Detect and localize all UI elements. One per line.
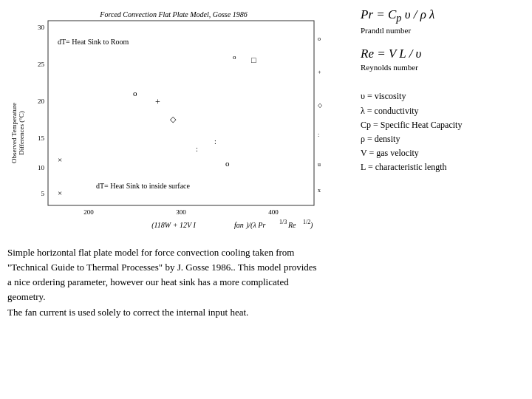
re-formula: Re = V L / υ <box>361 47 520 61</box>
bottom-line5: The fan current is used solely to correc… <box>7 305 520 320</box>
chart-xlabel4: 1/3 <box>279 219 287 225</box>
bottom-text-block: Simple horizontal flat plate model for f… <box>7 245 520 320</box>
var-density: ρ = density <box>361 132 520 146</box>
var-specific-heat: Cp = Specific Heat Capacity <box>361 118 520 132</box>
variables-block: υ = viscosity λ = conductivity Cp = Spec… <box>361 89 520 174</box>
chart-area: Forced Convection Flat Plate Model, Goss… <box>7 7 347 239</box>
pr-description: Prandtl number <box>361 26 520 35</box>
ytick-5: 5 <box>41 190 45 197</box>
chart-title: Forced Convection Flat Plate Model, Goss… <box>99 10 247 18</box>
var-velocity: V = gas velocity <box>361 146 520 160</box>
dp10: × <box>58 188 62 197</box>
bottom-line2: "Technical Guide to Thermal Processes" b… <box>7 260 520 275</box>
dp4: + <box>155 97 160 107</box>
rtick1: o <box>318 35 321 42</box>
dp5: ◇ <box>170 115 177 123</box>
bottom-line3: a nice ordering parameter, however our h… <box>7 275 520 290</box>
chart-ylabel: Observed Temperature <box>10 103 18 163</box>
ytick-25: 25 <box>38 61 45 68</box>
dp3: o <box>233 53 236 61</box>
chart-xlabel3: )/(λ Pr <box>245 221 265 230</box>
dp1: o <box>133 89 137 98</box>
var-viscosity: υ = viscosity <box>361 89 520 103</box>
pr-formula-block: Pr = Cp υ / ρ λ Prandtl number <box>361 7 520 35</box>
bottom-line4: geometry. <box>7 290 520 304</box>
right-panel: Pr = Cp υ / ρ λ Prandtl number Re = V L … <box>347 7 520 239</box>
rtick5: u <box>318 161 321 168</box>
rtick6: x <box>318 187 321 194</box>
page: Forced Convection Flat Plate Model, Goss… <box>0 0 532 399</box>
chart-svg: Forced Convection Flat Plate Model, Goss… <box>7 7 340 236</box>
dp9: × <box>58 155 62 164</box>
re-description: Reynolds number <box>361 63 520 72</box>
chart-xlabel: (118W + 12V I <box>151 221 196 230</box>
chart-xlabel2: fan <box>234 221 244 229</box>
chart-xlabel5: Re <box>287 221 296 229</box>
rtick3: ◇ <box>318 102 323 109</box>
chart-xlabel6: 1/2 <box>303 219 310 225</box>
svg-rect-0 <box>48 21 314 205</box>
var-length: L = characteristic length <box>361 160 520 174</box>
ytick-20: 20 <box>38 98 45 105</box>
rtick4: : <box>318 132 319 138</box>
chart-xlabel7: ) <box>310 221 313 230</box>
dp2: □ <box>251 55 256 64</box>
xtick-200: 200 <box>83 208 94 216</box>
top-section: Forced Convection Flat Plate Model, Goss… <box>7 7 520 239</box>
ytick-10: 10 <box>38 164 45 171</box>
re-formula-block: Re = V L / υ Reynolds number <box>361 47 520 72</box>
pr-formula: Pr = Cp υ / ρ λ <box>361 7 520 24</box>
ytick-15: 15 <box>38 134 45 142</box>
chart-ylabel2: Differences (°C) <box>18 111 25 155</box>
dp6: : <box>196 145 198 153</box>
xtick-300: 300 <box>176 208 186 216</box>
bottom-line1: Simple horizontal flat plate model for f… <box>7 245 520 260</box>
label-heatsink-inside: dT= Heat Sink to inside surface <box>96 182 191 190</box>
ytick-30: 30 <box>38 24 45 31</box>
dp7: : <box>214 137 216 146</box>
var-conductivity: λ = conductivity <box>361 104 520 118</box>
dp8: o <box>225 159 230 168</box>
rtick2: + <box>318 69 321 75</box>
xtick-400: 400 <box>268 208 279 216</box>
label-heatsink-room: dT= Heat Sink to Room <box>58 38 129 46</box>
